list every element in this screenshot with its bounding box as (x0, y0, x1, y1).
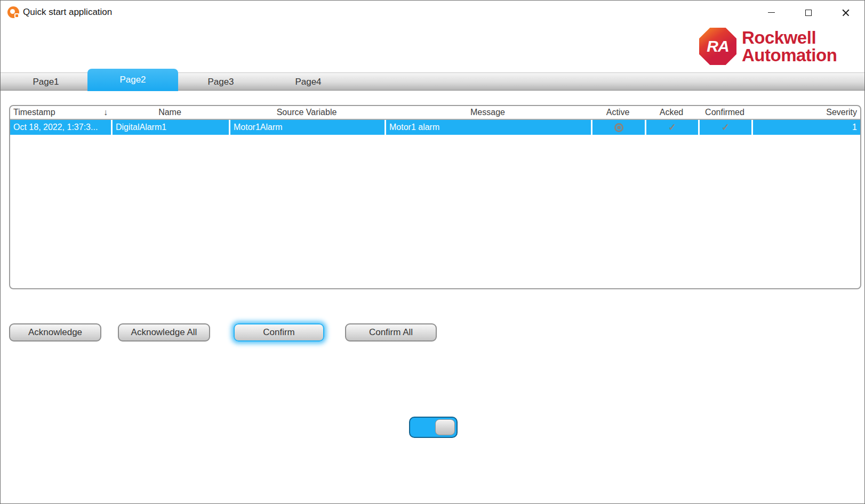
tab-bar: Page1 Page2 Page3 Page4 (1, 72, 864, 91)
cell-active (591, 120, 645, 135)
acked-check-icon: ✓ (668, 121, 676, 133)
acknowledge-all-button[interactable]: Acknowledge All (118, 323, 210, 342)
maximize-icon (805, 10, 812, 16)
tab-page3[interactable]: Page3 (177, 73, 265, 91)
brand-line1: Rockwell (742, 29, 837, 46)
window-title: Quick start application (23, 7, 112, 18)
alarm-grid: Timestamp ↓ Name Source Variable Message… (9, 105, 861, 289)
confirm-button[interactable]: Confirm (234, 323, 324, 342)
alarm-row-selected[interactable]: Oct 18, 2022, 1:37:3... DigitalAlarm1 Mo… (10, 120, 860, 135)
optix-logo-nub (14, 13, 19, 18)
rockwell-badge-icon: RA (699, 28, 736, 65)
rockwell-brand-text: Rockwell Automation (742, 29, 837, 64)
column-header-message[interactable]: Message (385, 106, 591, 119)
cell-confirmed: ✓ (698, 120, 751, 135)
column-header-severity[interactable]: Severity (751, 106, 860, 119)
confirmed-check-icon: ✓ (722, 121, 730, 133)
column-label: Timestamp (13, 108, 55, 117)
title-bar: Quick start application (1, 1, 864, 25)
column-header-timestamp[interactable]: Timestamp ↓ (10, 106, 111, 119)
maximize-button[interactable] (790, 1, 827, 25)
cell-name: DigitalAlarm1 (111, 120, 229, 135)
tab-page1[interactable]: Page1 (2, 73, 90, 91)
cell-message: Motor1 alarm (385, 120, 591, 135)
cell-timestamp: Oct 18, 2022, 1:37:3... (10, 120, 111, 135)
cell-source-variable: Motor1Alarm (229, 120, 385, 135)
close-icon (842, 9, 850, 17)
active-radio-icon (614, 123, 623, 132)
column-header-name[interactable]: Name (111, 106, 229, 119)
cell-acked: ✓ (645, 120, 698, 135)
close-button[interactable] (827, 1, 864, 25)
tab-page4[interactable]: Page4 (265, 73, 352, 91)
alarm-grid-header: Timestamp ↓ Name Source Variable Message… (10, 106, 860, 120)
toggle-switch[interactable] (409, 417, 458, 438)
sort-desc-icon: ↓ (103, 108, 108, 117)
tab-page2[interactable]: Page2 (87, 69, 178, 91)
confirm-all-button[interactable]: Confirm All (345, 323, 437, 342)
column-header-active[interactable]: Active (591, 106, 645, 119)
column-header-acked[interactable]: Acked (645, 106, 698, 119)
acknowledge-button[interactable]: Acknowledge (9, 323, 101, 342)
brand-line2: Automation (742, 46, 837, 64)
minimize-button[interactable] (752, 1, 790, 25)
minimize-icon (768, 12, 775, 13)
rockwell-logo: RA Rockwell Automation (699, 27, 859, 66)
rockwell-badge-monogram: RA (707, 37, 728, 55)
toggle-knob (435, 419, 455, 435)
column-header-confirmed[interactable]: Confirmed (698, 106, 751, 119)
app-icon (7, 6, 19, 18)
column-header-source-variable[interactable]: Source Variable (229, 106, 385, 119)
cell-severity: 1 (751, 120, 860, 135)
window-controls (752, 1, 864, 25)
